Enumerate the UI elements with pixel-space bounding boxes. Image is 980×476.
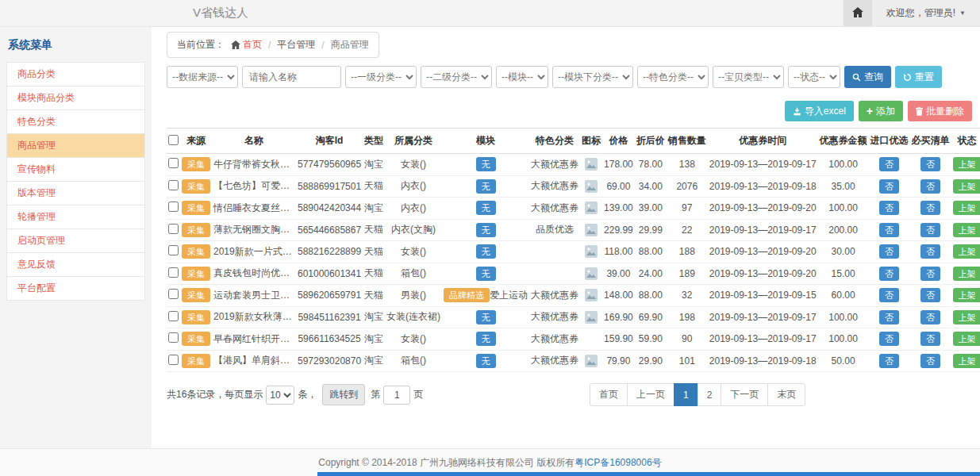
cell-name: 薄款无钢圈文胸聚拢性... — [212, 219, 296, 241]
sidebar: 系统菜单 用户管理平台管理商品分类模块商品分类特色分类商品管理宣传物料版本管理轮… — [0, 27, 152, 448]
must-buy-toggle[interactable]: 否 — [920, 223, 940, 237]
filter-select[interactable]: --特色分类-- — [637, 66, 709, 88]
must-buy-toggle[interactable]: 否 — [920, 179, 940, 194]
import-select-toggle[interactable]: 否 — [879, 179, 899, 194]
sidebar-item-sub[interactable]: 意见反馈 — [6, 252, 145, 277]
table-toolbar: 导入excel + 添加 批量删除 — [167, 101, 972, 121]
row-checkbox[interactable] — [168, 180, 179, 190]
import-select-toggle[interactable]: 否 — [879, 288, 899, 302]
filter-select[interactable]: --模块下分类-- — [552, 66, 633, 88]
must-buy-toggle[interactable]: 否 — [920, 157, 940, 171]
must-buy-toggle[interactable]: 否 — [920, 332, 940, 346]
cell-category: 女装() — [385, 241, 442, 263]
import-select-toggle[interactable]: 否 — [879, 244, 899, 259]
sidebar-item-sub[interactable]: 商品管理 — [6, 133, 145, 158]
must-buy-toggle[interactable]: 否 — [920, 201, 940, 215]
filter-select[interactable]: --一级分类-- — [345, 66, 417, 88]
must-buy-toggle[interactable]: 否 — [920, 267, 940, 281]
status-toggle[interactable]: 上架 — [953, 288, 980, 302]
status-toggle[interactable]: 上架 — [953, 267, 980, 281]
row-checkbox[interactable] — [168, 289, 179, 299]
row-checkbox[interactable] — [168, 202, 179, 212]
status-toggle[interactable]: 上架 — [953, 201, 980, 215]
column-header: 销售数量 — [667, 129, 708, 154]
import-icon — [793, 107, 801, 116]
sidebar-item-sub[interactable]: 特色分类 — [6, 109, 145, 134]
home-button[interactable] — [844, 0, 872, 26]
icp-link[interactable]: 粤ICP备16098006号 — [575, 456, 661, 470]
status-toggle[interactable]: 上架 — [953, 244, 980, 259]
page-button[interactable]: 下一页 — [721, 383, 768, 406]
filter-select[interactable]: --状态-- — [788, 66, 840, 88]
cell-status: 上架 — [951, 263, 980, 285]
page-button[interactable]: 1 — [674, 383, 698, 406]
sidebar-item-sub[interactable]: 轮播管理 — [6, 205, 145, 229]
filter-select[interactable]: --模块-- — [496, 66, 548, 88]
must-buy-toggle[interactable]: 否 — [920, 354, 940, 368]
add-button[interactable]: + 添加 — [859, 101, 903, 121]
import-select-toggle[interactable]: 否 — [879, 157, 899, 171]
filter-select[interactable]: --二级分类-- — [421, 66, 492, 88]
sidebar-item-sub[interactable]: 启动页管理 — [6, 228, 145, 253]
page-button[interactable]: 上一页 — [627, 383, 674, 406]
cell-coupon-time: 2019-09-13—2019-09-18 — [708, 350, 818, 372]
module-badge: 无 — [476, 332, 496, 346]
import-select-toggle[interactable]: 否 — [879, 310, 899, 324]
cell-sales: 138 — [667, 154, 708, 176]
header-right: 欢迎您，管理员! ▼ — [844, 0, 980, 26]
must-buy-toggle[interactable]: 否 — [920, 310, 940, 324]
import-select-toggle[interactable]: 否 — [879, 223, 899, 237]
row-checkbox[interactable] — [168, 355, 179, 365]
page-number-input[interactable] — [383, 386, 410, 405]
page-button[interactable]: 末页 — [767, 383, 805, 406]
import-select-toggle[interactable]: 否 — [879, 201, 899, 215]
sidebar-item-sub[interactable]: 平台配置 — [6, 276, 145, 301]
status-toggle[interactable]: 上架 — [953, 223, 980, 237]
reset-button[interactable]: 重置 — [895, 66, 942, 88]
status-toggle[interactable]: 上架 — [953, 354, 980, 368]
breadcrumb-item[interactable]: 平台管理 — [277, 38, 315, 52]
sidebar-item-sub[interactable]: 宣传物料 — [6, 157, 145, 182]
user-menu[interactable]: 欢迎您，管理员! ▼ — [872, 0, 980, 26]
sidebar-item-sub[interactable]: 版本管理 — [6, 181, 145, 205]
row-checkbox[interactable] — [168, 311, 179, 321]
jump-button[interactable]: 跳转到 — [322, 384, 365, 405]
must-buy-toggle[interactable]: 否 — [920, 244, 940, 259]
column-header: 所属分类 — [385, 129, 442, 154]
status-toggle[interactable]: 上架 — [953, 310, 980, 324]
cell-price: 159.90 — [602, 328, 635, 351]
cell-name: 【港风】单肩斜挎链条... — [212, 350, 296, 372]
row-checkbox[interactable] — [168, 245, 179, 255]
cell-category: 箱包() — [385, 263, 442, 285]
row-checkbox[interactable] — [168, 267, 179, 278]
batch-delete-button[interactable]: 批量删除 — [908, 101, 972, 121]
status-toggle[interactable]: 上架 — [953, 332, 980, 346]
import-select-toggle[interactable]: 否 — [879, 354, 899, 368]
filter-select[interactable]: --宝贝类型-- — [713, 66, 784, 88]
sidebar-item-sub[interactable]: 模块商品分类 — [6, 86, 145, 110]
import-select-toggle[interactable]: 否 — [879, 332, 899, 346]
select-all-checkbox[interactable] — [168, 135, 179, 145]
pagination-buttons: 首页上一页12下一页末页 — [590, 383, 805, 406]
table-row: 采集早春网红针织开衫女春...596611634525淘宝女装()无大额优惠券1… — [167, 328, 980, 351]
cell-coupon-time: 2019-09-13—2019-09-20 — [708, 263, 818, 285]
per-page-select[interactable]: 10 — [266, 386, 294, 405]
data-source-select[interactable]: --数据来源-- — [167, 66, 238, 88]
cell-icon — [580, 263, 602, 285]
row-checkbox[interactable] — [168, 332, 179, 343]
must-buy-toggle[interactable]: 否 — [920, 288, 940, 302]
cell-type: 淘宝 — [363, 350, 385, 372]
name-search-input[interactable] — [242, 66, 341, 88]
page-button[interactable]: 2 — [698, 383, 722, 406]
row-checkbox[interactable] — [168, 224, 179, 234]
status-toggle[interactable]: 上架 — [953, 157, 980, 171]
sidebar-item-sub[interactable]: 商品分类 — [6, 62, 145, 86]
breadcrumb-home-link[interactable]: 首页 — [243, 38, 262, 52]
status-toggle[interactable]: 上架 — [953, 179, 980, 194]
page-button[interactable]: 首页 — [590, 383, 628, 406]
search-button[interactable]: 查询 — [844, 66, 891, 88]
breadcrumb-current: 商品管理 — [331, 38, 369, 52]
import-select-toggle[interactable]: 否 — [879, 267, 899, 281]
row-checkbox[interactable] — [168, 158, 179, 168]
import-excel-button[interactable]: 导入excel — [785, 101, 854, 121]
